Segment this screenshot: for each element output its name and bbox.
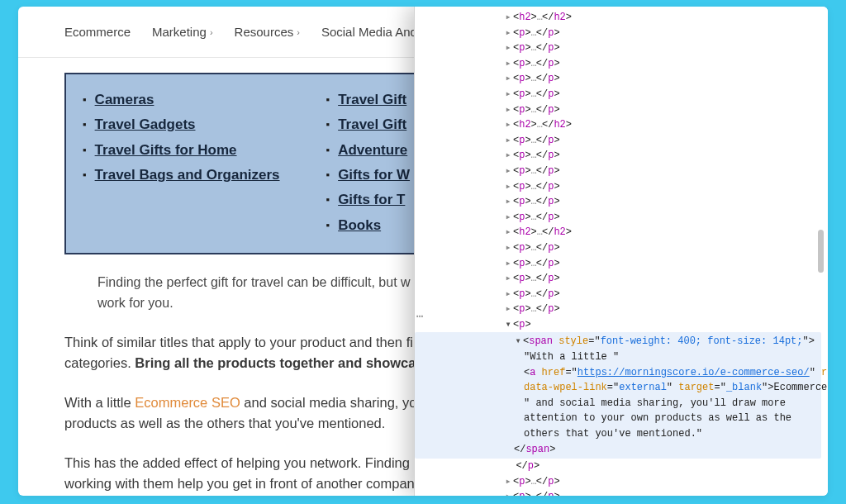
dom-node[interactable]: ▸<h2>…</h2> xyxy=(415,117,821,133)
dom-node-open[interactable]: ▾<p> xyxy=(415,317,821,333)
ecommerce-seo-link[interactable]: Ecommerce SEO xyxy=(135,395,240,410)
dom-node[interactable]: ▸<h2>…</h2> xyxy=(415,10,821,26)
dom-node[interactable]: ▸<p>…</p> xyxy=(415,26,821,41)
category-link[interactable]: Travel Gift xyxy=(338,89,406,111)
chevron-right-icon: › xyxy=(297,27,300,37)
list-item: Travel Gift xyxy=(326,89,411,111)
dom-node[interactable]: ▸<p>…</p> xyxy=(415,179,821,195)
chevron-right-icon: › xyxy=(210,27,213,37)
category-link[interactable]: Cameras xyxy=(95,89,154,111)
dom-node[interactable]: ▸<p>…</p> xyxy=(415,489,821,496)
category-link[interactable]: Gifts for W xyxy=(338,164,410,186)
dom-node[interactable]: ▸<p>…</p> xyxy=(415,240,821,256)
scrollbar-thumb[interactable] xyxy=(818,230,824,273)
category-link[interactable]: Travel Gifts for Home xyxy=(95,140,237,161)
dom-node-close[interactable]: </p> xyxy=(415,459,821,474)
category-link[interactable]: Adventure xyxy=(338,140,407,161)
list-item: Travel Gadgets xyxy=(83,114,280,136)
dom-node[interactable]: ▸<p>…</p> xyxy=(415,133,821,149)
list-item: Gifts for T xyxy=(326,189,411,211)
devtools-panel: ⋯ ▸<h2>…</h2>▸<p>…</p>▸<p>…</p>▸<p>…</p>… xyxy=(414,7,828,496)
dom-node[interactable]: ▸<p>…</p> xyxy=(415,474,821,490)
dom-node[interactable]: ▸<p>…</p> xyxy=(415,56,821,72)
dom-node[interactable]: ▸<p>…</p> xyxy=(415,164,821,179)
category-link[interactable]: Travel Gadgets xyxy=(95,114,196,136)
dom-node[interactable]: ▸<p>…</p> xyxy=(415,148,821,164)
nav-item[interactable]: Marketing› xyxy=(152,25,213,39)
dom-node[interactable]: ▸<p>…</p> xyxy=(415,287,821,302)
category-link[interactable]: Travel Gift xyxy=(338,114,406,136)
list-item: Travel Bags and Organizers xyxy=(83,164,280,186)
list-item: Cameras xyxy=(83,89,280,111)
page-container: EcommerceMarketing›Resources›Social Medi… xyxy=(18,7,828,496)
link-list-col2: Travel GiftTravel GiftAdventureGifts for… xyxy=(326,86,411,240)
scrollbar-track xyxy=(816,7,826,496)
category-link[interactable]: Books xyxy=(338,215,381,236)
link-list-col1: CamerasTravel GadgetsTravel Gifts for Ho… xyxy=(83,86,280,240)
dom-node[interactable]: ▸<p>…</p> xyxy=(415,194,821,210)
dom-tree[interactable]: ▸<h2>…</h2>▸<p>…</p>▸<p>…</p>▸<p>…</p>▸<… xyxy=(415,7,828,496)
dom-node[interactable]: ▸<p>…</p> xyxy=(415,102,821,118)
dom-node[interactable]: ▸<p>…</p> xyxy=(415,256,821,272)
nav-item[interactable]: Resources› xyxy=(235,25,300,39)
dom-node[interactable]: ▸<p>…</p> xyxy=(415,210,821,226)
category-link[interactable]: Travel Bags and Organizers xyxy=(95,164,280,186)
list-item: Books xyxy=(326,215,411,236)
dom-node[interactable]: ▸<p>…</p> xyxy=(415,271,821,287)
list-item: Travel Gift xyxy=(326,114,411,136)
list-item: Travel Gifts for Home xyxy=(83,140,280,161)
dom-node[interactable]: ▸<p>…</p> xyxy=(415,71,821,87)
list-item: Gifts for W xyxy=(326,164,411,186)
nav-item[interactable]: Ecommerce xyxy=(64,25,131,39)
selected-node-block[interactable]: ▾<span style="font-weight: 400; font-siz… xyxy=(415,332,821,459)
dom-node[interactable]: ▸<p>…</p> xyxy=(415,302,821,317)
category-link[interactable]: Gifts for T xyxy=(338,189,405,211)
dom-node[interactable]: ▸<h2>…</h2> xyxy=(415,225,821,240)
list-item: Adventure xyxy=(326,140,411,161)
dom-node[interactable]: ▸<p>…</p> xyxy=(415,40,821,56)
dom-node[interactable]: ▸<p>…</p> xyxy=(415,87,821,102)
